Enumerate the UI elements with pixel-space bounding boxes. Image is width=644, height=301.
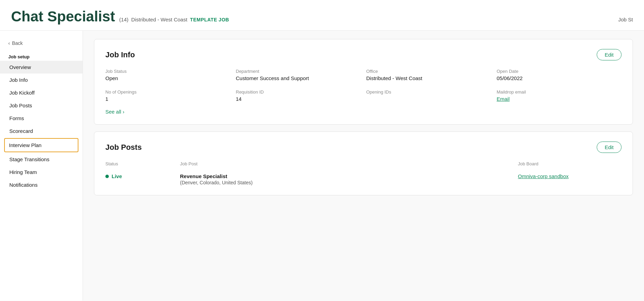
- field-department-value: Customer Success and Support: [236, 75, 361, 81]
- sidebar-item-job-kickoff[interactable]: Job Kickoff: [0, 86, 83, 99]
- job-count: (14): [119, 17, 129, 22]
- status-cell: Live: [105, 173, 174, 179]
- sidebar-item-job-posts[interactable]: Job Posts: [0, 99, 83, 112]
- main-layout: ‹ Back Job setup Overview Job Info Job K…: [0, 31, 644, 301]
- job-post-location: (Denver, Colorado, United States): [180, 180, 512, 185]
- job-board-cell: Omniva-corp sandbox: [518, 173, 622, 179]
- page-title: Chat Specialist: [11, 8, 115, 25]
- header-meta: (14) Distributed - West Coast TEMPLATE J…: [119, 17, 229, 22]
- sidebar-section-label: Job setup: [0, 51, 83, 61]
- job-post-title: Revenue Specialist: [180, 173, 512, 179]
- job-posts-title: Job Posts: [105, 143, 142, 152]
- field-office-label: Office: [366, 69, 491, 74]
- sidebar-item-overview[interactable]: Overview: [0, 61, 83, 74]
- sidebar-item-forms[interactable]: Forms: [0, 112, 83, 125]
- live-dot-icon: [105, 175, 109, 178]
- field-job-status-label: Job Status: [105, 69, 230, 74]
- chevron-right-icon: ›: [123, 109, 124, 115]
- sidebar-item-interview-plan[interactable]: Interview Plan: [4, 138, 78, 152]
- field-requisition-id-label: Requisition ID: [236, 89, 361, 95]
- job-posts-card-header: Job Posts Edit: [105, 142, 622, 153]
- job-info-fields: Job Status Open Department Customer Succ…: [105, 69, 622, 102]
- header-left: Chat Specialist (14) Distributed - West …: [11, 8, 229, 25]
- col-job-post-label: Job Post: [180, 161, 512, 166]
- job-posts-edit-button[interactable]: Edit: [597, 142, 622, 153]
- job-info-edit-button[interactable]: Edit: [597, 49, 622, 60]
- field-opening-ids: Opening IDs: [366, 89, 491, 102]
- field-maildrop-label: Maildrop email: [497, 89, 622, 95]
- field-openings-value: 1: [105, 96, 230, 102]
- field-openings-label: No of Openings: [105, 89, 230, 95]
- table-row: Live Revenue Specialist (Denver, Colorad…: [105, 171, 622, 185]
- job-info-title: Job Info: [105, 50, 135, 59]
- see-all-label: See all: [105, 109, 121, 115]
- field-requisition-id-value: 14: [236, 96, 361, 102]
- sidebar-item-scorecard[interactable]: Scorecard: [0, 125, 83, 137]
- sidebar: ‹ Back Job setup Overview Job Info Job K…: [0, 31, 83, 301]
- sidebar-item-notifications[interactable]: Notifications: [0, 178, 83, 191]
- back-label: Back: [12, 40, 23, 46]
- job-board-link[interactable]: Omniva-corp sandbox: [518, 173, 569, 179]
- job-info-card: Job Info Edit Job Status Open Department…: [94, 39, 633, 125]
- job-post-info: Revenue Specialist (Denver, Colorado, Un…: [180, 173, 512, 185]
- job-info-card-header: Job Info Edit: [105, 49, 622, 60]
- sidebar-item-hiring-team[interactable]: Hiring Team: [0, 166, 83, 178]
- job-posts-card: Job Posts Edit Status Job Post Job Board…: [94, 132, 633, 195]
- field-office: Office Distributed - West Coast: [366, 69, 491, 81]
- back-link[interactable]: ‹ Back: [0, 38, 83, 51]
- field-open-date: Open Date 05/06/2022: [497, 69, 622, 81]
- field-openings: No of Openings 1: [105, 89, 230, 102]
- field-requisition-id: Requisition ID 14: [236, 89, 361, 102]
- field-opening-ids-label: Opening IDs: [366, 89, 491, 95]
- job-posts-table-header: Status Job Post Job Board: [105, 161, 622, 166]
- field-open-date-value: 05/06/2022: [497, 75, 622, 81]
- main-content: Job Info Edit Job Status Open Department…: [83, 31, 644, 301]
- sidebar-item-stage-transitions[interactable]: Stage Transitions: [0, 153, 83, 166]
- back-chevron-icon: ‹: [8, 40, 10, 46]
- see-all-link[interactable]: See all ›: [105, 109, 622, 115]
- col-status-label: Status: [105, 161, 174, 166]
- field-job-status: Job Status Open: [105, 69, 230, 81]
- header-right: Job St: [618, 17, 633, 22]
- template-badge: TEMPLATE JOB: [190, 17, 229, 22]
- status-live-label: Live: [112, 173, 122, 179]
- sidebar-item-job-info[interactable]: Job Info: [0, 74, 83, 86]
- field-office-value: Distributed - West Coast: [366, 75, 491, 81]
- header-office: Distributed - West Coast: [131, 17, 187, 22]
- col-job-board-label: Job Board: [518, 161, 622, 166]
- field-maildrop-link[interactable]: Email: [497, 96, 510, 102]
- field-job-status-value: Open: [105, 75, 230, 81]
- field-open-date-label: Open Date: [497, 69, 622, 74]
- field-maildrop: Maildrop email Email: [497, 89, 622, 102]
- field-department-label: Department: [236, 69, 361, 74]
- field-department: Department Customer Success and Support: [236, 69, 361, 81]
- page-header: Chat Specialist (14) Distributed - West …: [0, 0, 644, 31]
